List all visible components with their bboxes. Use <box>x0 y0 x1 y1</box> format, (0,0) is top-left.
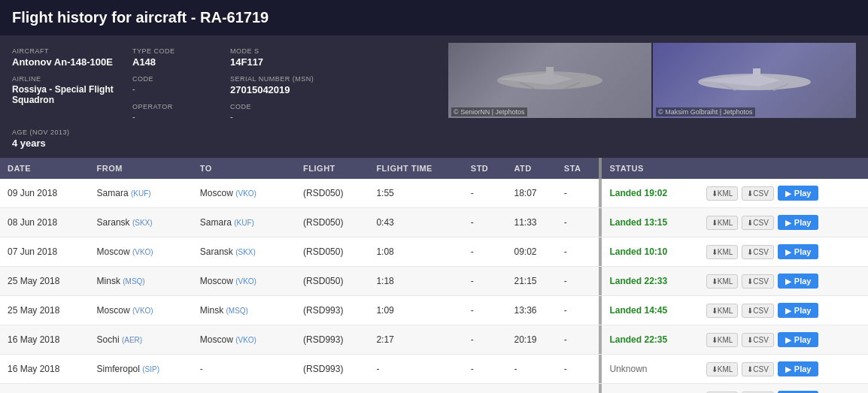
download-kml-button[interactable]: KML <box>706 333 739 347</box>
serial-number-value: 27015042019 <box>230 84 375 95</box>
code1-value: - <box>132 84 224 93</box>
col-date: DATE <box>0 158 90 179</box>
cell-flight-time: 1:55 <box>369 179 463 208</box>
cell-date: 16 May 2018 <box>0 325 90 355</box>
download-csv-button[interactable]: CSV <box>742 333 774 347</box>
download-csv-button[interactable]: CSV <box>742 362 774 376</box>
cell-actions: KML CSV Play <box>699 296 868 325</box>
download-icon <box>712 365 718 373</box>
play-button[interactable]: Play <box>778 186 819 201</box>
cell-actions: KML CSV Play <box>699 355 868 384</box>
download-csv-button[interactable]: CSV <box>742 274 774 289</box>
cell-date: 25 May 2018 <box>0 296 90 325</box>
cell-atd: 20:19 <box>506 325 556 355</box>
cell-sta: - <box>557 208 599 237</box>
cell-atd: 18:07 <box>506 179 556 208</box>
page-header: Flight history for aircraft - RA-61719 <box>0 0 868 35</box>
page-title: Flight history for aircraft - RA-61719 <box>12 9 269 26</box>
mode-s-label: MODE S <box>230 47 375 55</box>
flights-table-section: DATE FROM TO FLIGHT FLIGHT TIME STD ATD … <box>0 158 868 393</box>
status-badge: Landed 22:33 <box>609 276 667 286</box>
download-kml-button[interactable]: KML <box>706 245 739 259</box>
download-kml-button[interactable]: KML <box>706 304 739 318</box>
status-badge: Unknown <box>609 364 647 374</box>
play-button[interactable]: Play <box>778 332 819 347</box>
cell-flight: (RSD050) <box>296 179 369 208</box>
cell-flight: (RSD050) <box>296 267 369 296</box>
to-code: (VKO) <box>235 189 256 198</box>
play-button[interactable]: Play <box>778 274 819 289</box>
airline-block: AIRLINE Rossiya - Special Flight Squadro… <box>12 74 132 122</box>
cell-from: Simferopol (SIP) <box>90 355 193 384</box>
age-value: 4 years <box>12 138 126 149</box>
download-icon <box>747 336 753 344</box>
table-row: 25 May 2018 Minsk (MSQ) Moscow (VKO) (RS… <box>0 267 868 296</box>
col-status: STATUS <box>602 158 698 179</box>
cell-flight-time: 2:17 <box>369 325 463 355</box>
download-csv-button[interactable]: CSV <box>742 186 774 201</box>
play-button[interactable]: Play <box>778 244 819 259</box>
play-button[interactable]: Play <box>778 215 819 230</box>
cell-atd: 13:36 <box>506 296 556 325</box>
download-csv-button[interactable]: CSV <box>742 245 774 259</box>
play-button[interactable]: Play <box>778 361 819 376</box>
cell-sta: - <box>557 267 599 296</box>
age-block: AGE (Nov 2013) 4 years <box>12 127 132 150</box>
status-badge: Landed 14:45 <box>609 305 667 316</box>
download-kml-button[interactable]: KML <box>706 274 739 289</box>
download-csv-button[interactable]: CSV <box>742 216 774 230</box>
cell-std: - <box>463 325 507 355</box>
table-row: 07 Jun 2018 Moscow (VKO) Saransk (SKX) (… <box>0 237 868 267</box>
cell-to: Saransk (SKX) <box>193 237 296 267</box>
cell-std: - <box>463 179 507 208</box>
col-atd: ATD <box>506 158 556 179</box>
cell-std: - <box>463 208 507 237</box>
to-code: (SKX) <box>235 248 256 256</box>
play-button[interactable]: Play <box>778 303 819 318</box>
download-icon <box>747 365 753 373</box>
cell-sta: - <box>557 237 599 267</box>
table-row: 25 May 2018 Moscow (VKO) Minsk (MSQ) (RS… <box>0 296 868 325</box>
cell-actions: KML CSV Play <box>699 179 868 208</box>
col-flight: FLIGHT <box>296 158 369 179</box>
cell-date: 25 May 2018 <box>0 267 90 296</box>
to-code: (VKO) <box>235 277 256 286</box>
airline-value: Rossiya - Special Flight Squadron <box>12 84 126 105</box>
download-icon <box>747 219 753 227</box>
cell-sta: - <box>557 179 599 208</box>
cell-atd: - <box>506 355 556 384</box>
download-icon <box>747 248 753 256</box>
download-kml-button[interactable]: KML <box>706 216 739 230</box>
to-code: (MSQ) <box>226 307 248 315</box>
col-to: TO <box>193 158 296 179</box>
download-icon <box>712 248 718 256</box>
cell-from: Saransk (SKX) <box>90 208 193 237</box>
download-csv-button[interactable]: CSV <box>742 304 774 318</box>
cell-status: Landed 14:45 <box>602 296 698 325</box>
table-row: 16 May 2018 Sochi (AER) Moscow (VKO) (RS… <box>0 325 868 355</box>
cell-sta: - <box>557 384 599 394</box>
download-kml-button[interactable]: KML <box>706 186 739 201</box>
download-icon <box>712 189 718 198</box>
cell-status: Landed 22:35 <box>602 325 698 355</box>
col-sta: STA <box>557 158 599 179</box>
col-actions <box>699 158 868 179</box>
cell-flight: (RSD993) <box>296 296 369 325</box>
cell-status: Unknown <box>602 355 698 384</box>
serial-number-label: SERIAL NUMBER (MSN) <box>230 75 375 83</box>
cell-flight-time: 0:43 <box>369 208 463 237</box>
cell-std: - <box>463 355 507 384</box>
cell-sta: - <box>557 325 599 355</box>
cell-status: Landed 10:10 <box>602 237 698 267</box>
type-code-block: TYPE CODE A148 <box>132 46 230 69</box>
svg-rect-2 <box>546 67 554 79</box>
cell-sta: - <box>557 296 599 325</box>
cell-status: Landed 22:33 <box>602 267 698 296</box>
download-kml-button[interactable]: KML <box>706 362 739 376</box>
cell-from: Moscow (VKO) <box>90 384 193 394</box>
status-badge: Landed 22:35 <box>609 334 667 345</box>
cell-from: Moscow (VKO) <box>90 296 193 325</box>
aircraft-photo-2: © Maksim Golbraiht | Jetphotos <box>653 43 856 118</box>
cell-to: Moscow (VKO) <box>193 325 296 355</box>
cell-actions: KML CSV Play <box>699 237 868 267</box>
